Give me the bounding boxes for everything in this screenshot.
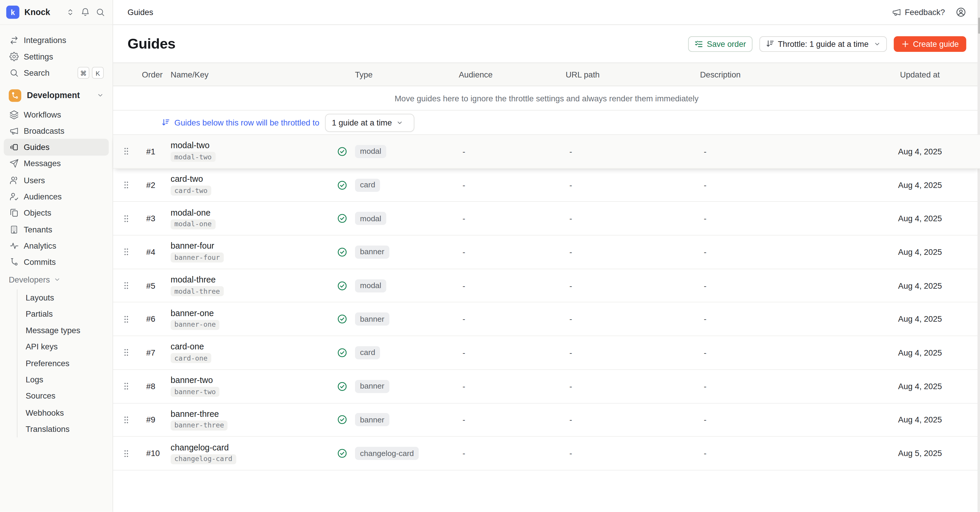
type-badge: modal xyxy=(355,145,386,158)
sidebar-item-commits[interactable]: Commits xyxy=(4,254,109,270)
sidebar-item-broadcasts[interactable]: Broadcasts xyxy=(4,122,109,139)
drag-handle-icon[interactable] xyxy=(122,446,130,461)
audience-value: - xyxy=(454,147,561,156)
sidebar-item-objects[interactable]: Objects xyxy=(4,205,109,221)
table-row[interactable]: #7card-onecard-onecard---Aug 4, 2025 xyxy=(113,336,980,370)
type-badge: card xyxy=(355,346,380,359)
sidebar-item-translations[interactable]: Translations xyxy=(18,421,112,437)
drag-handle-icon[interactable] xyxy=(122,177,130,192)
table-row[interactable]: #4banner-fourbanner-fourbanner---Aug 4, … xyxy=(113,236,980,269)
scrollbar-track[interactable] xyxy=(978,0,980,512)
guides-icon xyxy=(9,143,19,152)
environment-switcher[interactable]: Development xyxy=(4,86,109,105)
drag-handle-icon[interactable] xyxy=(122,211,130,226)
order-number: #1 xyxy=(139,147,167,156)
drop-zone-hint: Move guides here to ignore the throttle … xyxy=(395,94,698,103)
guide-key-badge: card-one xyxy=(170,353,211,363)
layers-icon xyxy=(9,110,19,119)
sidebar-section-developers[interactable]: Developers xyxy=(4,273,109,287)
sidebar-item-workflows[interactable]: Workflows xyxy=(4,106,109,122)
sidebar-item-analytics[interactable]: Analytics xyxy=(4,238,109,254)
developers-section-label: Developers xyxy=(9,275,50,285)
type-badge: card xyxy=(355,178,380,192)
sidebar-item-search[interactable]: Search⌘K xyxy=(4,65,109,81)
sidebar-item-users[interactable]: Users xyxy=(4,172,109,188)
drag-handle-icon[interactable] xyxy=(122,312,130,327)
topbar: Guides Feedback? xyxy=(113,0,980,25)
sidebar-item-integrations[interactable]: Integrations xyxy=(4,32,109,48)
sidebar-item-partials[interactable]: Partials xyxy=(18,306,112,322)
feedback-button[interactable]: Feedback? xyxy=(892,7,945,17)
sidebar-item-sources[interactable]: Sources xyxy=(18,388,112,404)
sidebar-item-layouts[interactable]: Layouts xyxy=(18,289,112,306)
guides-table: OrderName/KeyTypeAudienceURL pathDescrip… xyxy=(113,62,980,512)
sidebar-item-label: Guides xyxy=(24,143,49,152)
table-row[interactable]: #5modal-threemodal-threemodal---Aug 4, 2… xyxy=(113,269,980,303)
drag-handle-icon[interactable] xyxy=(122,412,130,428)
table-row[interactable]: #3modal-onemodal-onemodal---Aug 4, 2025 xyxy=(113,202,980,236)
description-value: - xyxy=(696,147,894,156)
sidebar-item-settings[interactable]: Settings xyxy=(4,48,109,65)
order-number: #9 xyxy=(139,415,167,425)
table-row[interactable]: #2card-twocard-twocard---Aug 4, 2025 xyxy=(113,169,980,202)
sidebar-item-preferences[interactable]: Preferences xyxy=(18,355,112,372)
create-guide-button[interactable]: Create guide xyxy=(894,36,966,52)
sidebar-item-audiences[interactable]: Audiences xyxy=(4,188,109,205)
throttle-dropdown-button[interactable]: Throttle: 1 guide at a time xyxy=(759,36,886,52)
status-check-icon xyxy=(337,146,347,157)
sidebar-item-message-types[interactable]: Message types xyxy=(18,322,112,339)
sidebar-item-tenants[interactable]: Tenants xyxy=(4,221,109,238)
kbd-key: ⌘ xyxy=(78,67,89,79)
drag-handle-icon[interactable] xyxy=(122,245,130,259)
workspace-switcher-icon[interactable] xyxy=(66,7,75,17)
guide-name: card-one xyxy=(170,342,204,351)
url-path-value: - xyxy=(561,281,696,291)
updated-at-value: Aug 4, 2025 xyxy=(894,348,980,357)
drag-handle-icon[interactable] xyxy=(122,278,130,293)
drag-handle-icon[interactable] xyxy=(122,379,130,394)
table-row[interactable]: #1modal-twomodal-twomodal---Aug 4, 2025 xyxy=(113,135,980,169)
order-number: #3 xyxy=(139,214,167,223)
updated-at-value: Aug 4, 2025 xyxy=(894,281,980,291)
table-row[interactable]: #10changelog-cardchangelog-cardchangelog… xyxy=(113,437,980,471)
sidebar-item-api-keys[interactable]: API keys xyxy=(18,339,112,355)
audience-value: - xyxy=(454,315,561,324)
throttle-value-select[interactable]: 1 guide at a time xyxy=(325,113,415,132)
status-check-icon xyxy=(337,280,347,291)
sidebar-item-webhooks[interactable]: Webhooks xyxy=(18,404,112,421)
description-value: - xyxy=(696,180,894,190)
megaphone-icon xyxy=(9,126,19,135)
sidebar-item-messages[interactable]: Messages xyxy=(4,156,109,172)
scrollbar-thumb[interactable] xyxy=(978,17,980,33)
url-path-value: - xyxy=(561,415,696,425)
throttle-divider-label[interactable]: Guides below this row will be throttled … xyxy=(175,118,320,127)
drag-handle-icon[interactable] xyxy=(122,345,130,360)
page-header: Guides Save order Throttle: 1 guide at a… xyxy=(113,25,980,62)
guide-name: modal-one xyxy=(170,208,210,218)
save-order-button[interactable]: Save order xyxy=(688,36,752,52)
updated-at-value: Aug 4, 2025 xyxy=(894,415,980,425)
name-key-cell: modal-twomodal-two xyxy=(167,141,331,162)
audience-value: - xyxy=(454,248,561,257)
search-icon[interactable] xyxy=(96,7,105,17)
bell-icon[interactable] xyxy=(81,7,90,17)
unthrottled-drop-zone[interactable]: Move guides here to ignore the throttle … xyxy=(113,86,980,111)
order-number: #5 xyxy=(139,281,167,291)
drag-handle-icon[interactable] xyxy=(122,144,130,159)
status-check-icon xyxy=(337,213,347,224)
audience-value: - xyxy=(454,448,561,458)
table-row[interactable]: #9banner-threebanner-threebanner---Aug 4… xyxy=(113,403,980,437)
user-avatar-icon[interactable] xyxy=(956,7,966,17)
sidebar-item-label: Workflows xyxy=(24,110,61,119)
audience-value: - xyxy=(454,382,561,391)
type-badge: changelog-card xyxy=(355,447,419,460)
description-value: - xyxy=(696,348,894,357)
guide-key-badge: changelog-card xyxy=(170,454,236,464)
column-header-description: Description xyxy=(696,70,894,79)
table-row[interactable]: #8banner-twobanner-twobanner---Aug 4, 20… xyxy=(113,370,980,403)
description-value: - xyxy=(696,315,894,324)
table-row[interactable]: #6banner-onebanner-onebanner---Aug 4, 20… xyxy=(113,303,980,336)
url-path-value: - xyxy=(561,180,696,190)
sidebar-item-logs[interactable]: Logs xyxy=(18,372,112,388)
sidebar-item-guides[interactable]: Guides xyxy=(4,139,109,156)
